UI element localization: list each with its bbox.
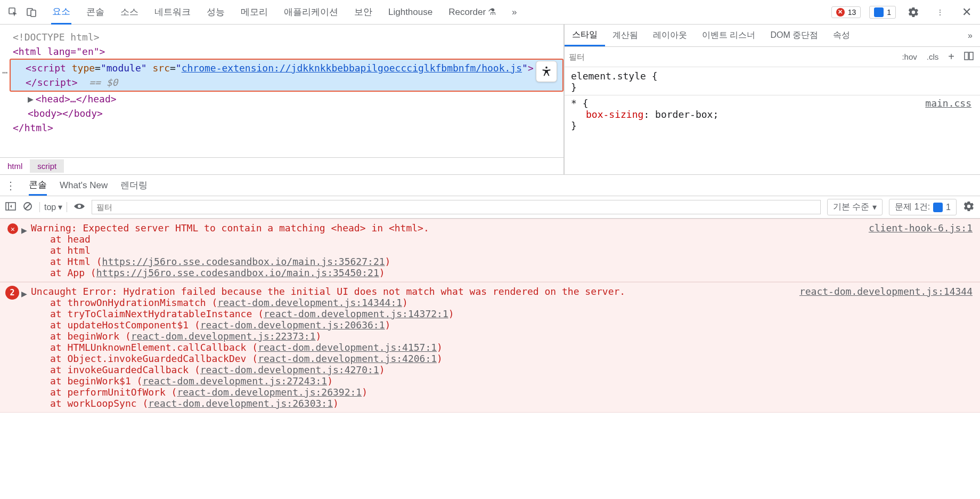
stack-link[interactable]: react-dom.development.js:4157:1: [258, 342, 437, 353]
drawer-tab-whatsnew[interactable]: What's New: [60, 177, 108, 194]
stack-link[interactable]: react-dom.development.js:4270:1: [200, 364, 379, 375]
dom-tree[interactable]: ⋯ <!DOCTYPE html> <html lang="en"> <scri…: [0, 25, 564, 140]
tab-network[interactable]: 네트워크: [153, 1, 192, 23]
stack-link[interactable]: https://j56ro.sse.codesandbox.io/main.js…: [102, 256, 385, 267]
stack-link[interactable]: react-dom.development.js:22373:1: [131, 331, 316, 342]
stack-frame: at Object.invokeGuardedCallbackDev (reac…: [50, 353, 973, 364]
tab-lighthouse[interactable]: Lighthouse: [387, 2, 434, 23]
stack-frame: at Html (https://j56ro.sse.codesandbox.i…: [50, 256, 973, 267]
expand-arrow-icon[interactable]: ▶: [21, 288, 27, 299]
dollar-zero: == $0: [89, 77, 118, 88]
tab-performance[interactable]: 성능: [206, 1, 226, 23]
console-toolbar: top ▾ 기본 수준 ▾ 문제 1건: 1: [0, 196, 980, 219]
stab-layout[interactable]: 레이아웃: [646, 26, 695, 45]
console-output: ✕ ▶ client-hook-6.js:1 Warning: Expected…: [0, 219, 980, 413]
stack-link[interactable]: react-dom.development.js:4206:1: [258, 353, 437, 364]
stack-frame: at beginWork (react-dom.development.js:2…: [50, 331, 973, 342]
console-settings-icon[interactable]: [963, 200, 975, 214]
stab-properties[interactable]: 속성: [826, 26, 858, 45]
stack-link[interactable]: https://j56ro.sse.codesandbox.io/main.js…: [96, 267, 379, 278]
dom-html-open[interactable]: <html lang="en">: [13, 44, 564, 59]
log-level-selector[interactable]: 기본 수준 ▾: [827, 199, 883, 215]
stack-frame: at performUnitOfWork (react-dom.developm…: [50, 387, 973, 398]
issues-counter[interactable]: 1: [869, 6, 896, 19]
stack-frame: at tryToClaimNextHydratableInstance (rea…: [50, 308, 973, 319]
close-devtools-icon[interactable]: ✕: [958, 3, 976, 21]
stack-link[interactable]: react-dom.development.js:26392:1: [177, 387, 362, 398]
dom-breadcrumbs: html script: [0, 157, 564, 174]
console-error-1[interactable]: ✕ ▶ client-hook-6.js:1 Warning: Expected…: [0, 219, 980, 282]
issues-button[interactable]: 문제 1건: 1: [889, 199, 957, 215]
tab-sources[interactable]: 소스: [119, 1, 140, 23]
stack-frame: at head: [50, 234, 973, 245]
tab-application[interactable]: 애플리케이션: [283, 1, 339, 23]
stab-computed[interactable]: 계산됨: [605, 26, 646, 45]
stack-frame: at beginWork$1 (react-dom.development.js…: [50, 375, 973, 387]
elements-panel: ⋯ <!DOCTYPE html> <html lang="en"> <scri…: [0, 25, 564, 174]
stack-link[interactable]: react-dom.development.js:14344:1: [217, 297, 402, 308]
drawer-tab-console[interactable]: 콘솔: [29, 175, 47, 196]
console-filter-input[interactable]: [92, 200, 821, 214]
tab-security[interactable]: 보안: [353, 1, 373, 23]
drawer-kebab-icon[interactable]: ⋮: [5, 179, 16, 192]
tab-console[interactable]: 콘솔: [85, 1, 105, 23]
crumb-script[interactable]: script: [30, 159, 64, 173]
live-expression-icon[interactable]: [74, 202, 85, 213]
stack-frame: at invokeGuardedCallback (react-dom.deve…: [50, 364, 973, 375]
stack-frame: at updateHostComponent$1 (react-dom.deve…: [50, 319, 973, 331]
source-link[interactable]: client-hook-6.js:1: [869, 222, 973, 234]
stack-link[interactable]: react-dom.development.js:14372:1: [264, 308, 448, 319]
stack-trace-2: at throwOnHydrationMismatch (react-dom.d…: [50, 297, 973, 409]
new-style-button[interactable]: +: [946, 50, 957, 64]
expand-arrow-icon[interactable]: ▶: [28, 93, 34, 104]
context-selector[interactable]: top ▾: [39, 202, 67, 212]
error-icon: ✕: [7, 223, 18, 234]
cls-button[interactable]: .cls: [925, 51, 941, 62]
svg-rect-4: [965, 52, 968, 60]
tabs-overflow[interactable]: »: [511, 2, 518, 23]
chevron-down-icon: ▾: [58, 202, 62, 212]
stab-styles[interactable]: 스타일: [565, 25, 605, 46]
dom-body[interactable]: <body></body>: [13, 106, 564, 120]
accessibility-icon[interactable]: [536, 61, 557, 82]
rule-universal[interactable]: main.css * { box-sizing: border-box; }: [571, 98, 974, 131]
error-dot-icon: ✕: [836, 8, 845, 17]
expand-arrow-icon[interactable]: ▶: [21, 224, 27, 236]
tab-recorder[interactable]: Recorder⚗: [447, 1, 497, 23]
error-counter[interactable]: ✕13: [831, 6, 861, 18]
tab-elements[interactable]: 요소: [51, 0, 71, 25]
styles-tabs-overflow[interactable]: »: [960, 27, 980, 45]
crumb-html[interactable]: html: [0, 159, 30, 173]
clear-console-icon[interactable]: [22, 201, 33, 214]
source-link[interactable]: react-dom.development.js:14344: [799, 286, 973, 297]
styles-tabs: 스타일 계산됨 레이아웃 이벤트 리스너 DOM 중단점 속성 »: [565, 25, 980, 47]
dom-html-close[interactable]: </html>: [13, 120, 564, 135]
stack-link[interactable]: react-dom.development.js:27243:1: [142, 375, 327, 387]
console-error-2[interactable]: 2 ▶ react-dom.development.js:14344 Uncau…: [0, 282, 980, 413]
rule-element-style[interactable]: element.style { }: [571, 70, 974, 93]
styles-filter-input[interactable]: [569, 52, 894, 61]
rule-source-link[interactable]: main.css: [925, 98, 971, 109]
console-sidebar-toggle-icon[interactable]: [5, 202, 16, 213]
computed-toggle-icon[interactable]: [962, 50, 976, 63]
stack-link[interactable]: react-dom.development.js:26303:1: [148, 398, 333, 409]
hov-button[interactable]: :hov: [900, 51, 919, 62]
stab-breakpoints[interactable]: DOM 중단점: [763, 26, 826, 45]
svg-rect-2: [31, 10, 36, 17]
drawer-tabs: ⋮ 콘솔 What's New 렌더링: [0, 175, 980, 196]
dom-doctype[interactable]: <!DOCTYPE html>: [13, 30, 564, 44]
styles-rules[interactable]: element.style { } main.css * { box-sizin…: [565, 67, 980, 134]
stack-link[interactable]: react-dom.development.js:20636:1: [200, 319, 385, 331]
dom-selected-script[interactable]: <script type="module" src="chrome-extens…: [10, 59, 564, 92]
gear-icon[interactable]: [904, 3, 922, 21]
inspect-icon[interactable]: [4, 3, 22, 21]
dom-head[interactable]: ▶<head>…</head>: [13, 92, 564, 106]
device-toggle-icon[interactable]: [22, 3, 40, 21]
tab-memory[interactable]: 메모리: [240, 1, 269, 23]
script-src-link[interactable]: chrome-extension://jdkknkkbebbapilgoeccc…: [182, 62, 522, 74]
flask-icon: ⚗: [488, 7, 496, 17]
drawer-tab-rendering[interactable]: 렌더링: [120, 176, 148, 195]
styles-toolbar: :hov .cls +: [565, 47, 980, 67]
stab-listeners[interactable]: 이벤트 리스너: [695, 26, 763, 45]
kebab-icon[interactable]: ⋮: [931, 3, 949, 21]
